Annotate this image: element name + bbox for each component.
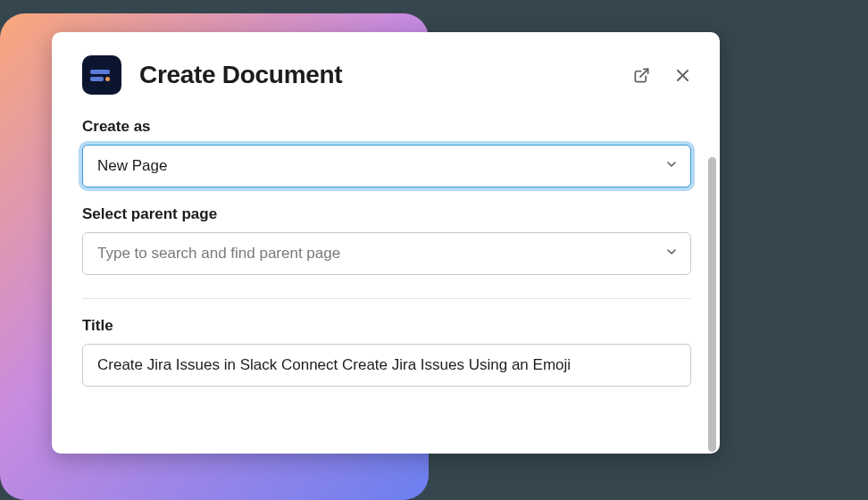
modal-title: Create Document bbox=[139, 61, 342, 89]
create-document-modal: Create Document Create as bbox=[52, 32, 720, 454]
external-link-icon bbox=[633, 67, 650, 84]
create-as-value: New Page bbox=[97, 157, 167, 175]
close-button[interactable] bbox=[670, 62, 695, 88]
parent-page-select[interactable]: Type to search and find parent page bbox=[82, 232, 691, 275]
create-as-select[interactable]: New Page bbox=[82, 145, 691, 188]
create-as-group: Create as New Page bbox=[82, 118, 691, 188]
title-label: Title bbox=[82, 317, 691, 335]
title-group: Title bbox=[82, 317, 691, 387]
section-divider bbox=[82, 298, 691, 299]
create-as-select-wrapper: New Page bbox=[82, 145, 691, 188]
title-input[interactable] bbox=[82, 344, 691, 387]
parent-page-label: Select parent page bbox=[82, 205, 691, 223]
modal-body: Create as New Page Select parent page Ty… bbox=[52, 111, 713, 454]
parent-page-placeholder: Type to search and find parent page bbox=[97, 245, 340, 262]
parent-page-group: Select parent page Type to search and fi… bbox=[82, 205, 691, 275]
app-icon bbox=[82, 55, 121, 95]
scrollbar-track bbox=[708, 157, 716, 461]
close-icon bbox=[674, 67, 691, 84]
svg-line-0 bbox=[639, 69, 647, 77]
parent-page-select-wrapper: Type to search and find parent page bbox=[82, 232, 691, 275]
external-link-button[interactable] bbox=[629, 62, 654, 88]
create-as-label: Create as bbox=[82, 118, 691, 136]
modal-header: Create Document bbox=[52, 32, 720, 111]
scrollbar-thumb[interactable] bbox=[708, 157, 716, 452]
header-actions bbox=[629, 62, 695, 88]
